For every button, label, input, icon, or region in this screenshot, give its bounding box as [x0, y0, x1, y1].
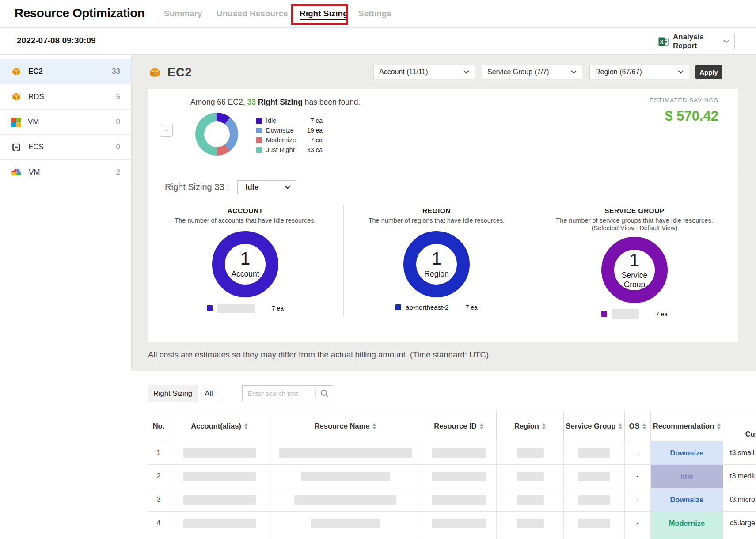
column-header-os[interactable]: OS [625, 411, 651, 441]
column-header-resource-name[interactable]: Resource Name [270, 411, 421, 441]
ecs-brackets-icon [11, 142, 22, 152]
column-header-resource-id[interactable]: Resource ID [421, 411, 497, 441]
account-filter-dropdown[interactable]: Account (11/11) [373, 65, 475, 79]
redacted-cell [279, 448, 412, 458]
cell-service-group [564, 512, 625, 535]
table-row[interactable]: 4 - Modernize c5.large [148, 512, 756, 535]
toggle-right-sizing[interactable]: Right Sizing [148, 385, 198, 402]
tab-summary[interactable]: Summary [164, 9, 202, 19]
table-row[interactable]: 1 - Downsize t3.small [148, 441, 756, 465]
service-group-ring-label: Service Group [615, 271, 653, 288]
cell-service-group [564, 488, 625, 511]
region-filter-value: Region (67/67) [595, 68, 642, 76]
column-header-account[interactable]: Account(alias) [169, 411, 270, 441]
excel-icon: X [658, 37, 669, 46]
cell-resource-id [421, 488, 497, 511]
region-filter-dropdown[interactable]: Region (67/67) [589, 65, 689, 79]
sidebar-item-count: 5 [116, 92, 120, 101]
legend-count: 19 ea [302, 127, 323, 134]
redacted-cell [517, 495, 544, 505]
cell-no: 4 [148, 512, 169, 535]
view-toggle: Right Sizing All [148, 385, 220, 402]
toggle-all[interactable]: All [198, 385, 220, 402]
chevron-down-icon [285, 185, 291, 189]
table-row[interactable]: 2 - Idle t3.medium [148, 465, 756, 488]
legend-count: 33 ea [302, 146, 323, 153]
search-box [242, 385, 333, 401]
redacted-cell [517, 448, 544, 458]
sidebar-item-azure-vm[interactable]: VM 0 [0, 110, 131, 135]
table-row[interactable]: 5 Modernize [148, 535, 756, 539]
sidebar-item-count: 2 [116, 168, 120, 177]
search-input[interactable] [243, 390, 315, 397]
redacted-cell [517, 472, 544, 481]
cell-account [169, 441, 270, 464]
estimated-savings-value: $ 570.42 [650, 108, 718, 124]
account-ring-label: Account [226, 270, 264, 278]
column-group-spacer [723, 411, 756, 427]
donut-legend: Idle 7 ea Downsize 19 ea Modernize 7 ea … [256, 117, 323, 156]
right-sizing-type-dropdown[interactable]: Idle [237, 180, 296, 194]
column-header-region[interactable]: Region [497, 411, 564, 441]
column-header-service-group[interactable]: Service Group [564, 411, 625, 441]
legend-count: 7 ea [656, 311, 668, 318]
cell-recommendation: Downsize [651, 441, 723, 464]
collapse-button[interactable]: − [160, 124, 173, 137]
legend-swatch [207, 305, 213, 311]
account-breakdown-desc: The number of accounts that have Idle re… [157, 217, 334, 224]
sidebar-item-ecs[interactable]: ECS 0 [0, 135, 131, 160]
analysis-report-button[interactable]: X Analysis Report [653, 33, 735, 50]
cell-recommendation: Idle [651, 465, 723, 488]
sidebar-item-rds[interactable]: RDS 5 [0, 84, 131, 110]
chevron-down-icon [678, 70, 684, 74]
redacted-cell [183, 448, 256, 458]
legend-label: ap-northeast-2 [406, 304, 449, 311]
right-sizing-card: − Among 66 EC2, 33 Right Sizing has been… [148, 89, 738, 342]
estimated-savings-label: ESTIMATED SAVINGS [650, 97, 718, 103]
search-icon[interactable] [316, 389, 333, 398]
divider [544, 205, 544, 316]
sidebar-item-gcp-vm[interactable]: VM 2 [0, 160, 131, 185]
body: EC2 33 RDS 5 VM 0 ECS [0, 54, 756, 539]
redacted-cell [517, 519, 544, 528]
sidebar-item-count: 33 [112, 67, 120, 76]
cell-recommendation: Modernize [651, 535, 723, 539]
region-ring-label: Region [418, 270, 456, 278]
divider [148, 170, 738, 170]
region-ring-legend: ap-northeast-2 7 ea [348, 304, 525, 311]
cell-region [497, 488, 564, 511]
analysis-timestamp: 2022-07-08 09:30:09 [17, 36, 96, 46]
azure-squares-icon [11, 117, 21, 127]
cell-recommendation: Modernize [651, 512, 723, 535]
cell-os: - [625, 465, 651, 488]
apply-button[interactable]: Apply [695, 65, 722, 79]
column-header-no: No. [148, 411, 169, 441]
cell-resource-id [421, 465, 497, 488]
cell-current: t3.small [723, 441, 756, 464]
summary-text: Among 66 EC2, 33 Right Sizing has been f… [190, 98, 360, 107]
sidebar-item-label: EC2 [28, 67, 43, 76]
sidebar-item-ec2[interactable]: EC2 33 [0, 59, 131, 84]
legend-swatch [256, 128, 262, 133]
right-sizing-type-value: Idle [246, 183, 258, 192]
table-body: 1 - Downsize t3.small 2 [148, 441, 756, 539]
service-group-breakdown-desc: The number of service groups that have I… [546, 217, 723, 224]
sidebar-item-label: VM [28, 118, 39, 126]
service-group-filter-dropdown[interactable]: Service Group (7/7) [482, 65, 582, 79]
redacted-account-name [217, 304, 255, 313]
legend-item-idle: Idle 7 ea [256, 117, 323, 124]
cell-resource-name [270, 535, 421, 539]
legend-swatch [256, 137, 262, 143]
tab-settings[interactable]: Settings [358, 9, 391, 19]
table-row[interactable]: 3 - Downsize t3.micro [148, 488, 756, 512]
chevron-down-icon [571, 70, 577, 74]
divider [343, 205, 344, 316]
cell-os [625, 535, 651, 539]
account-breakdown: ACCOUNT The number of accounts that have… [157, 197, 334, 313]
column-header-recommendation[interactable]: Recommendation [651, 411, 723, 441]
tab-unused-resource[interactable]: Unused Resource [217, 9, 288, 19]
redacted-cell [294, 495, 396, 505]
service-group-breakdown-title: SERVICE GROUP [546, 207, 723, 215]
cost-disclaimer-note: All costs are estimates so they may diff… [148, 350, 489, 360]
redacted-cell [578, 448, 610, 458]
